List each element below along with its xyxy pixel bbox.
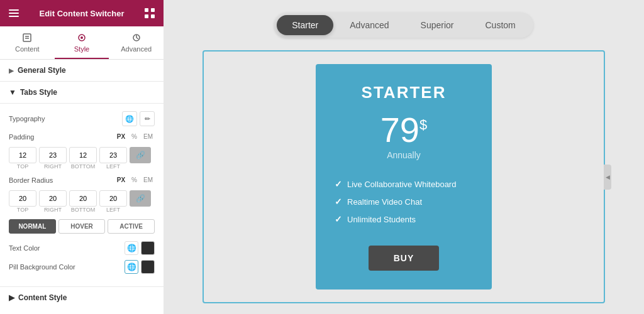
content-style-arrow: ▶ bbox=[9, 293, 14, 302]
feature-1-text: Live Collaborative Whiteboard bbox=[347, 180, 456, 189]
switcher-tabs: Starter Advanced Superior Custom bbox=[274, 13, 533, 38]
padding-right-label: RIGHT bbox=[39, 163, 67, 170]
border-radius-label-row: Border Radius PX % EM bbox=[9, 176, 155, 184]
typography-label: Typography bbox=[9, 115, 45, 122]
tabs-style-arrow: ▼ bbox=[9, 88, 16, 97]
radius-input-labels: TOP RIGHT BOTTOM LEFT bbox=[9, 207, 155, 213]
check-icon-3: ✓ bbox=[335, 214, 342, 224]
general-style-label: General Style bbox=[18, 66, 66, 75]
padding-right-input[interactable] bbox=[39, 147, 67, 163]
padding-px-btn[interactable]: PX bbox=[115, 133, 127, 141]
typography-edit-btn[interactable]: ✏ bbox=[140, 111, 155, 126]
sidebar-header: Edit Content Switcher bbox=[0, 0, 164, 26]
feature-2-text: Realtime Video Chat bbox=[347, 197, 422, 207]
tabs-style-label: Tabs Style bbox=[20, 88, 57, 97]
state-hover-btn[interactable]: HOVER bbox=[58, 219, 106, 234]
switcher-tab-superior[interactable]: Superior bbox=[406, 15, 469, 35]
tab-content-label: Content bbox=[15, 45, 40, 53]
padding-left-label: LEFT bbox=[99, 163, 127, 170]
radius-link-btn[interactable]: 🔗 bbox=[130, 190, 151, 207]
padding-top-label: TOP bbox=[9, 163, 36, 170]
pricing-feature-2: ✓ Realtime Video Chat bbox=[335, 193, 473, 210]
tabs-style-header[interactable]: ▼ Tabs Style bbox=[0, 82, 164, 104]
pricing-features: ✓ Live Collaborative Whiteboard ✓ Realti… bbox=[328, 175, 479, 228]
collapse-handle[interactable]: ◀ bbox=[604, 165, 611, 190]
pill-bg-color-swatch[interactable] bbox=[141, 260, 155, 274]
pill-bg-color-label: Pill Background Color bbox=[9, 263, 75, 271]
switcher-tab-custom[interactable]: Custom bbox=[470, 15, 530, 35]
feature-3-text: Unlimited Students bbox=[347, 215, 416, 224]
padding-bottom-input[interactable] bbox=[69, 147, 97, 163]
pill-bg-color-controls: 🌐 bbox=[125, 260, 155, 274]
text-color-controls: 🌐 bbox=[125, 241, 155, 255]
padding-section: Padding PX % EM 🔗 TOP RIGHT bbox=[9, 133, 155, 170]
tabs-style-body: Typography 🌐 ✏ Padding PX % EM bbox=[0, 104, 164, 287]
svg-rect-3 bbox=[151, 14, 155, 18]
radius-em-btn[interactable]: EM bbox=[142, 176, 155, 184]
sidebar-title: Edit Content Switcher bbox=[39, 9, 124, 18]
pricing-currency: $ bbox=[419, 117, 427, 133]
radius-top-input[interactable] bbox=[9, 190, 36, 207]
radius-right-label: RIGHT bbox=[39, 207, 67, 213]
pill-bg-globe-btn[interactable]: 🌐 bbox=[125, 260, 138, 274]
content-style-label: Content Style bbox=[18, 293, 67, 302]
state-active-btn[interactable]: ACTIVE bbox=[108, 219, 155, 234]
sidebar: Edit Content Switcher Content Style bbox=[0, 0, 164, 314]
padding-left-input[interactable] bbox=[99, 147, 127, 163]
content-frame: ◀ STARTER 79$ Annually ✓ Live Collaborat… bbox=[203, 50, 605, 303]
svg-rect-4 bbox=[23, 34, 31, 41]
border-radius-label: Border Radius bbox=[9, 176, 53, 184]
svg-rect-2 bbox=[145, 14, 148, 18]
tab-advanced[interactable]: Advanced bbox=[109, 26, 164, 59]
padding-em-btn[interactable]: EM bbox=[142, 133, 155, 141]
pricing-feature-3: ✓ Unlimited Students bbox=[335, 210, 473, 228]
pill-bg-color-row: Pill Background Color 🌐 bbox=[9, 260, 155, 274]
pricing-price: 79$ bbox=[328, 112, 479, 148]
pricing-plan: STARTER bbox=[328, 83, 479, 102]
content-style-header[interactable]: ▶ Content Style bbox=[0, 287, 164, 308]
radius-pct-btn[interactable]: % bbox=[130, 176, 139, 184]
general-style-arrow: ▶ bbox=[9, 67, 14, 74]
tab-content[interactable]: Content bbox=[0, 26, 55, 59]
radius-px-btn[interactable]: PX bbox=[115, 176, 127, 184]
text-color-row: Text Color 🌐 bbox=[9, 241, 155, 255]
text-color-swatch[interactable] bbox=[141, 241, 155, 255]
radius-top-label: TOP bbox=[9, 207, 36, 213]
radius-bottom-input[interactable] bbox=[69, 190, 97, 207]
switcher-tab-starter[interactable]: Starter bbox=[277, 15, 333, 35]
tab-style-label: Style bbox=[74, 45, 89, 53]
text-color-label: Text Color bbox=[9, 244, 40, 252]
radius-right-input[interactable] bbox=[39, 190, 67, 207]
sidebar-content: ▶ General Style ▼ Tabs Style Typography … bbox=[0, 60, 164, 314]
pricing-price-value: 79 bbox=[380, 110, 419, 149]
check-icon-1: ✓ bbox=[335, 179, 342, 189]
pricing-card: STARTER 79$ Annually ✓ Live Collaborativ… bbox=[316, 64, 492, 290]
typography-globe-btn[interactable]: 🌐 bbox=[122, 111, 137, 126]
radius-left-label: LEFT bbox=[99, 207, 127, 213]
pricing-period: Annually bbox=[328, 150, 479, 160]
tab-style[interactable]: Style bbox=[55, 26, 109, 59]
text-color-globe-btn[interactable]: 🌐 bbox=[125, 241, 138, 255]
padding-label-row: Padding PX % EM bbox=[9, 133, 155, 141]
hamburger-icon[interactable] bbox=[9, 9, 19, 17]
padding-link-btn[interactable]: 🔗 bbox=[130, 147, 151, 163]
svg-line-11 bbox=[136, 38, 138, 39]
grid-icon[interactable] bbox=[145, 8, 155, 18]
svg-point-8 bbox=[80, 36, 83, 39]
border-radius-section: Border Radius PX % EM 🔗 TOP RIG bbox=[9, 176, 155, 213]
check-icon-2: ✓ bbox=[335, 197, 342, 207]
svg-rect-1 bbox=[151, 8, 155, 12]
padding-input-labels: TOP RIGHT BOTTOM LEFT bbox=[9, 163, 155, 170]
general-style-header[interactable]: ▶ General Style bbox=[0, 60, 164, 82]
padding-bottom-label: BOTTOM bbox=[69, 163, 97, 170]
switcher-tab-advanced[interactable]: Advanced bbox=[335, 15, 404, 35]
state-normal-btn[interactable]: NORMAL bbox=[9, 219, 56, 234]
radius-left-input[interactable] bbox=[99, 190, 127, 207]
padding-pct-btn[interactable]: % bbox=[130, 133, 139, 141]
state-buttons: NORMAL HOVER ACTIVE bbox=[9, 219, 155, 234]
padding-label: Padding bbox=[9, 133, 34, 141]
buy-button[interactable]: BUY bbox=[369, 246, 440, 271]
typography-icons: 🌐 ✏ bbox=[122, 111, 155, 126]
padding-top-input[interactable] bbox=[9, 147, 36, 163]
radius-bottom-label: BOTTOM bbox=[69, 207, 97, 213]
